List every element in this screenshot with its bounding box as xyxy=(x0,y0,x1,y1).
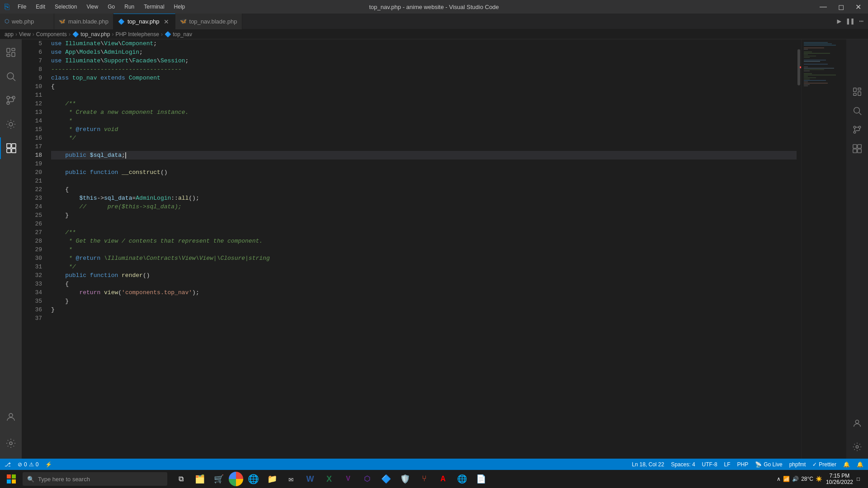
app-adobe[interactable]: A xyxy=(434,470,452,488)
run-button[interactable]: ▶ xyxy=(837,17,841,26)
app-chrome[interactable] xyxy=(229,472,243,486)
svg-point-11 xyxy=(9,413,13,417)
split-editor-button[interactable]: ❚❚ xyxy=(846,17,854,26)
lightning-item[interactable]: ⚡ xyxy=(45,461,52,468)
git-branch[interactable]: ⎇ xyxy=(5,461,11,468)
svg-point-21 xyxy=(854,131,856,133)
menu-run[interactable]: Run xyxy=(121,3,138,11)
encoding-label: UTF-8 xyxy=(702,461,717,468)
app-git[interactable]: ⑂ xyxy=(415,470,433,488)
phpfmt[interactable]: phpfmt xyxy=(789,461,806,468)
error-num: 0 xyxy=(24,461,27,468)
right-search-icon[interactable] xyxy=(852,106,862,118)
activity-account[interactable] xyxy=(0,406,22,428)
antenna-icon: 📡 xyxy=(755,461,762,468)
activity-debug[interactable] xyxy=(0,113,22,135)
maximize-button[interactable]: ◻ xyxy=(836,3,846,11)
prettier-label: Prettier xyxy=(819,461,836,468)
app-vs[interactable]: ⬡ xyxy=(358,470,376,488)
app-excel[interactable]: X xyxy=(320,470,338,488)
code-editor[interactable]: 5 6 7 8 9 10 11 12 13 14 15 16 17 18 19 … xyxy=(22,39,846,459)
menu-file[interactable]: File xyxy=(14,3,30,11)
go-live[interactable]: 📡 Go Live xyxy=(755,461,782,468)
code-content[interactable]: use Illuminate\View\Component; use App\M… xyxy=(47,39,797,459)
cursor-position[interactable]: Ln 18, Col 22 xyxy=(632,461,664,468)
menu-view[interactable]: View xyxy=(83,3,102,11)
up-arrow[interactable]: ∧ xyxy=(777,476,781,482)
title-bar: ⎘ File Edit Selection View Go Run Termin… xyxy=(0,0,868,14)
app-store[interactable]: 🛒 xyxy=(210,470,228,488)
menu-go[interactable]: Go xyxy=(104,3,118,11)
close-button[interactable]: ✕ xyxy=(853,3,863,11)
encoding[interactable]: UTF-8 xyxy=(702,461,717,468)
menu-terminal[interactable]: Terminal xyxy=(140,3,168,11)
spaces-label: Spaces: 4 xyxy=(671,461,695,468)
taskbar-search[interactable]: 🔍 Type here to search xyxy=(23,472,167,486)
app-word[interactable]: W xyxy=(301,470,319,488)
tab-top-nav-php[interactable]: 🔷 top_nav.php ✕ xyxy=(113,14,175,29)
activity-extensions[interactable] xyxy=(0,137,22,159)
breadcrumb-app[interactable]: app xyxy=(5,31,14,38)
right-extensions-icon[interactable] xyxy=(852,144,862,156)
app-files[interactable]: 📁 xyxy=(263,470,281,488)
tab-main-blade[interactable]: 🦋 main.blade.php xyxy=(54,14,113,29)
breadcrumb-top-nav[interactable]: 🔷 top_nav xyxy=(165,31,192,38)
wifi-icon[interactable]: 📶 xyxy=(783,476,790,482)
code-line-12: /** xyxy=(51,99,797,108)
code-line-29: * xyxy=(51,245,797,254)
breadcrumb-view[interactable]: View xyxy=(19,31,31,38)
feedback[interactable]: 🔔 xyxy=(843,461,850,468)
volume-icon[interactable]: 🔊 xyxy=(792,476,799,482)
svg-point-26 xyxy=(855,420,859,423)
app-explorer[interactable]: 🗂️ xyxy=(191,470,209,488)
taskbar: 🔍 Type here to search ⧉ 🗂️ 🛒 🌐 📁 ✉️ W X … xyxy=(0,470,868,488)
menu-selection[interactable]: Selection xyxy=(51,3,80,11)
line-ending[interactable]: LF xyxy=(724,461,731,468)
taskbar-clock[interactable]: 7:15 PM 10/26/2022 xyxy=(826,473,853,485)
app-vba[interactable]: V xyxy=(339,470,357,488)
app-mail[interactable]: ✉️ xyxy=(282,470,300,488)
right-account-icon[interactable] xyxy=(852,418,862,431)
more-actions-button[interactable]: ⋯ xyxy=(859,17,863,26)
scrollbar[interactable] xyxy=(797,39,801,459)
app-pwa[interactable]: 🔷 xyxy=(377,470,395,488)
language[interactable]: PHP xyxy=(737,461,749,468)
taskview-button[interactable]: ⧉ xyxy=(172,470,190,488)
breadcrumb-intelephense[interactable]: PHP Intelephense xyxy=(115,31,159,38)
breadcrumb-file[interactable]: 🔷 top_nav.php xyxy=(72,31,110,38)
activity-explorer[interactable] xyxy=(0,42,22,63)
menu-help[interactable]: Help xyxy=(170,3,189,11)
svg-rect-28 xyxy=(7,474,11,479)
activity-settings[interactable] xyxy=(0,432,22,454)
code-line-23: $this->sql_data=AdminLogin::all(); xyxy=(51,194,797,202)
tab-web-php[interactable]: ⬡ web.php xyxy=(0,14,54,29)
breadcrumb-components[interactable]: Components xyxy=(36,31,67,38)
errors-count[interactable]: ⊘ 0 ⚠ 0 xyxy=(18,461,38,468)
right-settings-icon[interactable] xyxy=(852,442,862,454)
code-line-31: */ xyxy=(51,263,797,271)
activity-source-control[interactable] xyxy=(0,89,22,111)
right-panel xyxy=(846,39,868,459)
svg-point-27 xyxy=(856,446,859,448)
svg-rect-3 xyxy=(7,54,10,56)
right-explorer-icon[interactable] xyxy=(852,87,862,99)
notification-center[interactable]: □ xyxy=(857,470,866,488)
app-shield[interactable]: 🛡️ xyxy=(396,470,414,488)
menu-edit[interactable]: Edit xyxy=(32,3,49,11)
tab-close-top-nav-php[interactable]: ✕ xyxy=(162,18,170,26)
prettier[interactable]: ✓ Prettier xyxy=(812,461,836,468)
code-line-34: return view('components.top_nav'); xyxy=(51,288,797,297)
right-scm-icon[interactable] xyxy=(852,125,862,137)
app-edge[interactable]: 🌐 xyxy=(244,470,262,488)
phpfmt-label: phpfmt xyxy=(789,461,806,468)
spaces[interactable]: Spaces: 4 xyxy=(671,461,695,468)
app-acrobat[interactable]: 📄 xyxy=(472,470,490,488)
minimize-button[interactable]: — xyxy=(817,3,829,11)
activity-search[interactable] xyxy=(0,66,22,87)
svg-point-6 xyxy=(7,96,9,99)
tab-top-nav-blade[interactable]: 🦋 top_nav.blade.php xyxy=(175,14,242,29)
app-browser2[interactable]: 🌐 xyxy=(453,470,471,488)
notification[interactable]: 🔔 xyxy=(857,461,863,468)
start-button[interactable] xyxy=(2,470,20,488)
code-line-33: { xyxy=(51,280,797,288)
